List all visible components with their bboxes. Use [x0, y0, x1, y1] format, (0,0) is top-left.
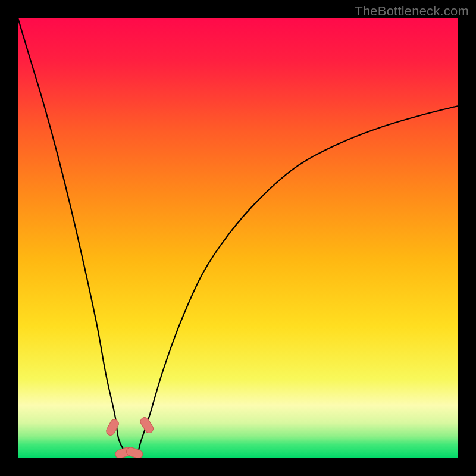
- watermark-text: TheBottleneck.com: [355, 4, 469, 19]
- plot-area: [18, 18, 458, 458]
- chart-frame: TheBottleneck.com: [0, 0, 476, 476]
- bottleneck-chart: [18, 18, 458, 458]
- gradient-background: [18, 18, 458, 458]
